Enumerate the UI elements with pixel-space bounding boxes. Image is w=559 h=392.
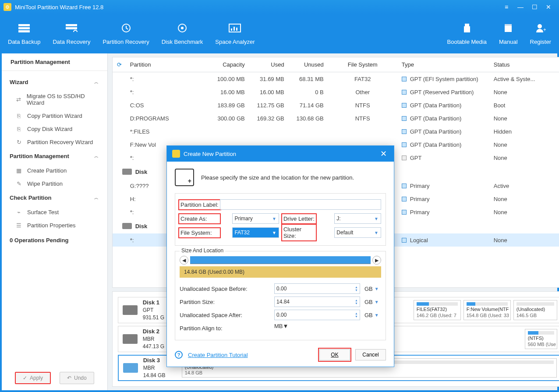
col-used[interactable]: Used [248, 57, 288, 72]
usb-icon [460, 23, 474, 33]
spinner-icon[interactable]: ▲▼ [355, 286, 358, 292]
input-space-before[interactable]: 0.00▲▼ [274, 283, 360, 294]
slider-bar[interactable] [190, 256, 371, 264]
sidebar-item-create-partition[interactable]: ▦Create Partition [2, 164, 107, 177]
menu-icon[interactable]: ≡ [499, 2, 513, 12]
toolbar-space-analyzer[interactable]: Space Analyzer [209, 18, 261, 49]
disk-icon [122, 169, 132, 175]
close-button[interactable]: ✕ [541, 2, 555, 12]
select-file-system[interactable]: FAT32▼ [232, 227, 279, 238]
sidebar-item-copy-partition[interactable]: ⎘Copy Partition Wizard [2, 109, 107, 122]
toolbar-manual[interactable]: Manual [493, 18, 524, 49]
chevron-up-icon: ︿ [94, 153, 99, 159]
table-row[interactable]: D:PROGRAMS 300.00 GB 169.32 GB 130.68 GB… [113, 112, 559, 125]
tutorial-link[interactable]: Create Partition Tutorial [188, 352, 248, 358]
cancel-button[interactable]: Cancel [355, 349, 386, 360]
disk-partition[interactable]: FILES(FAT32) 146.2 GB (Used: 7 [414, 300, 461, 320]
disk-icon [122, 223, 132, 229]
select-cluster-size[interactable]: Default▼ [334, 227, 381, 238]
toolbar-data-backup[interactable]: Data Backup [2, 18, 46, 49]
disk-partition[interactable]: (NTFS) 560 MB (Use [525, 329, 557, 349]
section-partition-management[interactable]: Partition Management︿ [2, 148, 107, 164]
create-icon: ▦ [15, 167, 23, 174]
minimize-button[interactable]: — [513, 2, 527, 12]
sidebar-item-wipe-partition[interactable]: ✎Wipe Partition [2, 177, 107, 190]
input-partition-size[interactable]: 14.84▲▼ [274, 297, 360, 307]
svg-rect-4 [66, 27, 77, 29]
col-filesystem[interactable]: File System [327, 57, 398, 72]
table-row[interactable]: C:OS 183.89 GB 112.75 GB 71.14 GB NTFS G… [113, 99, 559, 112]
maximize-button[interactable]: ☐ [527, 2, 541, 12]
undo-button[interactable]: ↶Undo [60, 372, 94, 384]
table-row[interactable]: *: 100.00 MB 31.69 MB 68.31 MB FAT32 GPT… [113, 72, 559, 85]
tab-partition-management[interactable]: Partition Management [2, 53, 107, 71]
dialog-intro: Please specify the size and the location… [175, 169, 386, 186]
toolbar-bootable-media[interactable]: Bootable Media [441, 18, 493, 49]
chevron-down-icon[interactable]: ▼ [375, 313, 381, 318]
col-type[interactable]: Type [398, 57, 490, 72]
label-create-as: Create As: [180, 215, 219, 223]
spinner-icon[interactable]: ▲▼ [355, 312, 358, 318]
chevron-down-icon[interactable]: ▼ [375, 300, 381, 304]
stack-icon [17, 23, 31, 33]
ok-button[interactable]: OK [319, 349, 350, 360]
table-row[interactable]: *: 16.00 MB 16.00 MB 0 B Other GPT (Rese… [113, 85, 559, 99]
section-check-partition[interactable]: Check Partition︿ [2, 190, 107, 205]
sidebar-item-partition-recovery[interactable]: ↻Partition Recovery Wizard [2, 135, 107, 148]
table-row[interactable]: *:FILES GPT (Data Partition) Hidden [113, 125, 559, 138]
disk-partition[interactable]: (Unallocated) 146.5 GB [513, 300, 557, 320]
migrate-icon: ⇄ [15, 96, 22, 103]
toolbar-disk-benchmark[interactable]: Disk Benchmark [156, 18, 209, 49]
label-space-after: Unallocated Space After: [180, 312, 274, 318]
select-create-as[interactable]: Primary▼ [232, 213, 279, 224]
input-space-after[interactable]: 0.00▲▼ [274, 310, 360, 320]
sidebar-item-migrate-os[interactable]: ⇄Migrate OS to SSD/HD Wizard [2, 90, 107, 109]
slider-left-button[interactable]: ◀ [180, 256, 188, 265]
chevron-down-icon: ▼ [271, 216, 278, 221]
slider-right-button[interactable]: ▶ [372, 256, 381, 265]
wipe-icon: ✎ [15, 180, 23, 187]
size-legend: Size And Location [180, 247, 225, 254]
apply-button[interactable]: ✓Apply [15, 372, 51, 384]
dialog-body: Please specify the size and the location… [167, 162, 394, 345]
recovery-icon: ↻ [15, 138, 23, 145]
size-slider[interactable]: ◀ ▶ [180, 256, 381, 265]
dialog-footer: ? Create Partition Tutorial OK Cancel [167, 345, 394, 367]
refresh-icon[interactable]: ⟳ [113, 61, 127, 68]
left-panel: Partition Management Wizard︿ ⇄Migrate OS… [2, 53, 108, 390]
toolbar-label: Data Backup [8, 39, 40, 45]
svg-rect-0 [18, 24, 30, 26]
chevron-down-icon[interactable]: ▼ [375, 286, 381, 291]
chevron-up-icon: ︿ [94, 195, 99, 201]
size-info: 14.84 GB (Used:0.00 MB) [180, 266, 381, 278]
toolbar-partition-recovery[interactable]: Partition Recovery [96, 18, 155, 49]
sidebar-item-copy-disk[interactable]: ⎘Copy Disk Wizard [2, 122, 107, 135]
toolbar-label: Bootable Media [447, 39, 487, 45]
dialog-close-button[interactable]: ✕ [378, 149, 389, 159]
help-icon[interactable]: ? [175, 351, 183, 359]
app-title: MiniTool Partition Wizard Free 12.8 [15, 4, 103, 11]
label-space-before: Unallocated Space Before: [180, 286, 274, 292]
sidebar-item-surface-test[interactable]: ⌁Surface Test [2, 205, 107, 219]
input-partition-label[interactable] [220, 199, 381, 210]
toolbar-label: Partition Recovery [103, 39, 149, 45]
col-capacity[interactable]: Capacity [200, 57, 248, 72]
col-unused[interactable]: Unused [288, 57, 327, 72]
toolbar-data-recovery[interactable]: Data Recovery [46, 18, 96, 49]
select-align-to[interactable]: MB▼ [274, 323, 304, 333]
col-partition[interactable]: Partition [127, 57, 200, 72]
svg-point-7 [181, 27, 184, 29]
disk-partition[interactable]: F:New Volume(NTF 154.8 GB (Used: 33 [463, 300, 511, 320]
spinner-icon[interactable]: ▲▼ [355, 299, 358, 305]
select-drive-letter[interactable]: J:▼ [334, 213, 381, 224]
undo-icon: ↶ [67, 375, 71, 381]
size-location-box: Size And Location ◀ ▶ 14.84 GB (Used:0.0… [175, 251, 386, 340]
toolbar-label: Disk Benchmark [162, 39, 203, 45]
titlebar: ⚙ MiniTool Partition Wizard Free 12.8 ≡ … [0, 0, 559, 14]
toolbar-register[interactable]: + Register [524, 18, 557, 49]
label-align-to: Partition Align to: [180, 325, 274, 332]
app-logo-icon [172, 150, 180, 158]
col-status[interactable]: Status [490, 57, 559, 72]
sidebar-item-partition-properties[interactable]: ☰Partition Properties [2, 219, 107, 232]
section-wizard[interactable]: Wizard︿ [2, 74, 107, 90]
